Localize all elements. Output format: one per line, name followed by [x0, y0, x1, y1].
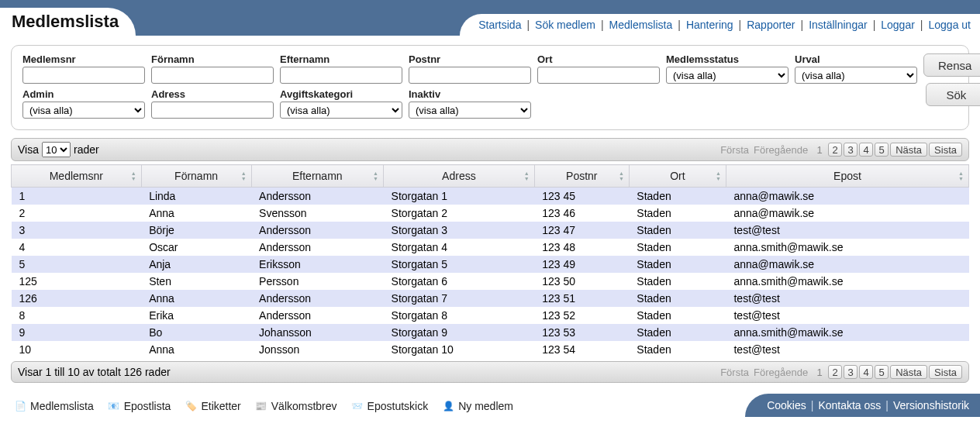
table-row[interactable]: 5AnjaErikssonStorgatan 5123 49Stadenanna…: [12, 256, 969, 273]
pager-page-5[interactable]: 5: [875, 365, 889, 379]
table-cell: Anna: [141, 341, 251, 358]
pager-top: FörstaFöregående12345NästaSista: [720, 143, 962, 157]
filter-input-medlemsnr[interactable]: [22, 67, 145, 84]
clear-button[interactable]: Rensa: [923, 53, 980, 77]
table-info: Visar 1 till 10 av totalt 126 rader: [18, 366, 171, 378]
filter-efternamn: Efternamn: [280, 53, 402, 84]
tool-epostlista[interactable]: 📧Epostlista: [108, 400, 171, 412]
filter-label: Medlemsnr: [22, 53, 145, 65]
pager-prev[interactable]: Föregående: [754, 144, 808, 156]
nav-link-loggar[interactable]: Loggar: [881, 19, 915, 31]
filter-input-admin[interactable]: (visa alla): [22, 102, 145, 119]
pager-page-4[interactable]: 4: [859, 365, 873, 379]
table-row[interactable]: 10AnnaJonssonStorgatan 10123 54Stadentes…: [12, 341, 969, 358]
pager-page-4[interactable]: 4: [859, 143, 873, 157]
col-label: Adress: [442, 170, 476, 182]
pager-next[interactable]: Nästa: [890, 143, 927, 157]
filter-label: Avgiftskategori: [280, 88, 402, 100]
table-cell: 2: [12, 205, 142, 222]
filter-label: Admin: [22, 88, 145, 100]
table-bottom-bar: Visar 1 till 10 av totalt 126 rader Förs…: [11, 361, 969, 383]
col-epost[interactable]: Epost▲▼: [726, 165, 968, 188]
table-cell: Andersson: [251, 188, 383, 205]
pager-page-3[interactable]: 3: [844, 365, 858, 379]
filter-input-efternamn[interactable]: [280, 67, 402, 84]
filter-urval: Urval(visa alla): [795, 53, 917, 84]
pager-page-2[interactable]: 2: [828, 143, 842, 157]
tool-label: Etiketter: [201, 400, 240, 412]
table-row[interactable]: 4OscarAnderssonStorgatan 4123 48Stadenan…: [12, 239, 969, 256]
pager-prev[interactable]: Föregående: [754, 367, 808, 378]
table-cell: 123 54: [534, 341, 629, 358]
col-förnamn[interactable]: Förnamn▲▼: [141, 165, 251, 188]
table-cell: 123 48: [534, 239, 629, 256]
nav-separator: |: [920, 19, 923, 31]
nav-link-sök-medlem[interactable]: Sök medlem: [535, 19, 595, 31]
nav-link-medlemslista[interactable]: Medlemslista: [609, 19, 673, 31]
col-ort[interactable]: Ort▲▼: [629, 165, 726, 188]
nav-separator: |: [526, 19, 530, 31]
pager-last[interactable]: Sista: [929, 143, 962, 157]
tool-välkomstbrev[interactable]: 📰Välkomstbrev: [255, 400, 337, 412]
table-cell: Storgatan 7: [384, 290, 535, 307]
table-cell: 123 45: [534, 188, 629, 205]
table-cell: Staden: [629, 222, 726, 239]
table-cell: Staden: [629, 341, 726, 358]
col-medlemsnr[interactable]: Medlemsnr▲▼: [12, 165, 142, 188]
table-cell: Anna: [141, 205, 251, 222]
footer-link-cookies[interactable]: Cookies: [767, 399, 806, 412]
nav-link-rapporter[interactable]: Rapporter: [747, 19, 795, 31]
table-row[interactable]: 125StenPerssonStorgatan 6123 50Stadenann…: [12, 273, 969, 290]
filter-input-ort[interactable]: [537, 67, 660, 84]
page-title: Medlemslista: [12, 12, 119, 32]
members-table: Medlemsnr▲▼Förnamn▲▼Efternamn▲▼Adress▲▼P…: [11, 164, 969, 358]
table-cell: Storgatan 8: [384, 307, 535, 324]
tool-etiketter[interactable]: 🏷️Etiketter: [185, 400, 240, 412]
table-row[interactable]: 8ErikaAnderssonStorgatan 8123 52Stadente…: [12, 307, 969, 324]
table-row[interactable]: 3BörjeAnderssonStorgatan 3123 47Stadente…: [12, 222, 969, 239]
pager-last[interactable]: Sista: [929, 365, 962, 379]
page-length-select[interactable]: 10: [42, 142, 71, 157]
table-cell: 9: [12, 324, 142, 341]
table-row[interactable]: 9BoJohanssonStorgatan 9123 53Stadenanna.…: [12, 324, 969, 341]
filter-label: Medlemsstatus: [666, 53, 788, 65]
table-cell: Staden: [629, 188, 726, 205]
nav-link-logga-ut[interactable]: Logga ut: [929, 19, 971, 31]
nav-link-startsida[interactable]: Startsida: [478, 19, 521, 31]
tool-ny-medlem[interactable]: 👤Ny medlem: [442, 400, 513, 412]
table-cell: Staden: [629, 256, 726, 273]
col-adress[interactable]: Adress▲▼: [384, 165, 535, 188]
nav-link-hantering[interactable]: Hantering: [686, 19, 733, 31]
filter-input-medlemsstatus[interactable]: (visa alla): [666, 67, 788, 84]
table-cell: Svensson: [251, 205, 383, 222]
pager-page-5[interactable]: 5: [875, 143, 889, 157]
table-cell: Erika: [141, 307, 251, 324]
pager-page-2[interactable]: 2: [828, 365, 842, 379]
filter-row-1: MedlemsnrFörnamnEfternamnPostnrOrtMedlem…: [22, 53, 917, 84]
tool-medlemslista[interactable]: 📄Medlemslista: [14, 400, 94, 412]
pager-first[interactable]: Första: [720, 144, 749, 156]
tool-epostutskick[interactable]: 📨Epostutskick: [351, 400, 429, 412]
nav-link-inställningar[interactable]: Inställningar: [809, 19, 868, 31]
filter-input-adress[interactable]: [151, 102, 274, 119]
filter-input-inaktiv[interactable]: (visa alla): [409, 102, 531, 119]
table-cell: Andersson: [251, 307, 383, 324]
filter-label: Urval: [795, 53, 917, 65]
search-button[interactable]: Sök: [926, 83, 980, 106]
table-row[interactable]: 126AnnaAnderssonStorgatan 7123 51Stadent…: [12, 290, 969, 307]
table-cell: Anna: [141, 290, 251, 307]
pager-next[interactable]: Nästa: [890, 365, 927, 379]
table-cell: Storgatan 1: [384, 188, 535, 205]
pager-first[interactable]: Första: [720, 367, 749, 378]
footer-link-versionshistorik[interactable]: Versionshistorik: [893, 399, 969, 412]
pager-page-3[interactable]: 3: [844, 143, 858, 157]
filter-input-avgiftskategori[interactable]: (visa alla): [280, 102, 402, 119]
table-row[interactable]: 1LindaAnderssonStorgatan 1123 45Stadenan…: [12, 188, 969, 205]
col-postnr[interactable]: Postnr▲▼: [534, 165, 629, 188]
footer-link-kontakta-oss[interactable]: Kontakta oss: [818, 399, 881, 412]
filter-input-urval[interactable]: (visa alla): [795, 67, 917, 84]
table-row[interactable]: 2AnnaSvenssonStorgatan 2123 46Stadenanna…: [12, 205, 969, 222]
filter-input-postnr[interactable]: [409, 67, 531, 84]
filter-input-förnamn[interactable]: [151, 67, 274, 84]
col-efternamn[interactable]: Efternamn▲▼: [251, 165, 383, 188]
